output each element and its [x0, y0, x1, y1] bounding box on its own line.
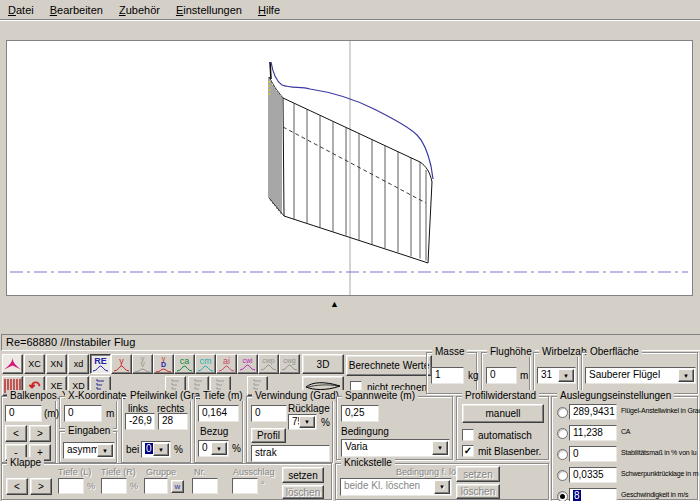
- profil-input[interactable]: strak: [251, 445, 330, 462]
- knickstelle-group: Knickstelle Bedingung f. löschen beide K…: [335, 463, 549, 500]
- klappe-setzen-button[interactable]: setzen: [282, 467, 324, 483]
- ca-radio[interactable]: [557, 428, 568, 439]
- 3d-view-button[interactable]: 3D: [302, 354, 344, 374]
- tiefe-r-input[interactable]: [101, 478, 127, 494]
- xc-button[interactable]: XC: [24, 354, 45, 374]
- verwindung-input[interactable]: 0: [251, 405, 287, 422]
- ruecklage-dropdown[interactable]: 75 ▼: [288, 414, 317, 430]
- tiefe-r-unit: %: [130, 481, 138, 491]
- schwerpunkt-radio[interactable]: [557, 470, 568, 481]
- klappe-prev-button[interactable]: <: [6, 478, 28, 495]
- gamma-button[interactable]: γ: [111, 354, 132, 374]
- radio-dot-icon: [560, 494, 565, 499]
- bell-curve-icon: [281, 364, 298, 371]
- menu-datei[interactable]: Datei: [0, 1, 42, 18]
- menu-zubehoer[interactable]: Zubehör: [111, 1, 168, 18]
- stabilitaet-radio[interactable]: [557, 449, 568, 460]
- chevron-down-icon[interactable]: ▼: [432, 441, 448, 455]
- w-button[interactable]: w: [171, 480, 184, 493]
- anstellwinkel-radio[interactable]: [557, 407, 568, 418]
- ausschlag-input[interactable]: [232, 478, 258, 494]
- bell-curve-icon: [155, 368, 172, 373]
- auslegung-group: Auslegungseinstellungen 289,9431 Flügel-…: [551, 396, 698, 500]
- xkoordinate-unit: m: [106, 408, 114, 419]
- xkoordinate-input[interactable]: 0: [64, 405, 102, 422]
- ai-button[interactable]: ai: [216, 354, 237, 374]
- cm-button[interactable]: cm: [195, 354, 216, 374]
- menu-einstellungen[interactable]: Einstellungen: [168, 1, 250, 18]
- ca-input[interactable]: 11,238: [569, 425, 617, 441]
- masse-input[interactable]: 1: [431, 367, 464, 384]
- bei-dropdown[interactable]: 0 ▼: [141, 441, 171, 458]
- ca-label: CA: [621, 428, 630, 435]
- chevron-down-icon[interactable]: ▼: [299, 416, 315, 428]
- ausschlag-label: Ausschlag: [233, 467, 275, 477]
- balkenpos-next-button[interactable]: >: [29, 425, 51, 442]
- gruppe-input[interactable]: [144, 478, 168, 494]
- ca-button[interactable]: ca: [174, 354, 195, 374]
- chevron-down-icon[interactable]: ▼: [558, 369, 574, 382]
- cwi-button[interactable]: cwi: [237, 354, 258, 374]
- schwerpunkt-input[interactable]: 0,0335: [569, 467, 617, 483]
- chevron-down-icon[interactable]: ▼: [678, 369, 694, 382]
- profil-button[interactable]: Profil: [251, 428, 286, 443]
- position-marker-icon[interactable]: ▲: [330, 300, 339, 309]
- chevron-down-icon[interactable]: ▼: [211, 442, 227, 455]
- knickstelle-setzen-button[interactable]: setzen: [456, 466, 500, 482]
- geschwindigkeit-radio[interactable]: [557, 491, 568, 501]
- wing-drawing-canvas[interactable]: [6, 40, 693, 296]
- oberflaeche-dropdown[interactable]: Sauberer Flügel ▼: [585, 367, 696, 384]
- verwindung-group: Verwindung (Grad) 0 Rücklage 75 ▼ % Prof…: [246, 396, 333, 463]
- gruppe-label: Gruppe: [146, 467, 176, 477]
- balkenpos-input[interactable]: 0: [5, 405, 42, 422]
- flughoehe-unit: m: [520, 370, 528, 381]
- app-window: Datei Bearbeiten Zubehör Einstellungen H…: [0, 0, 700, 501]
- manuell-button[interactable]: manuell: [462, 404, 544, 423]
- tiefe-input[interactable]: 0,164: [198, 405, 239, 422]
- chevron-down-icon[interactable]: ▼: [97, 444, 113, 457]
- status-text: Re=68880 //Instabiler Flug: [6, 336, 135, 348]
- wirbelzahl-dropdown[interactable]: 31 ▼: [537, 367, 576, 384]
- bei-label: bei: [126, 444, 139, 455]
- glider-button[interactable]: [2, 354, 23, 374]
- balkenpos-prev-button[interactable]: <: [5, 425, 27, 442]
- cwg-button[interactable]: cwg: [279, 354, 300, 374]
- stabilitaet-input[interactable]: 0: [569, 446, 617, 462]
- xn-button[interactable]: XN: [46, 354, 67, 374]
- klappe-next-button[interactable]: >: [30, 478, 52, 495]
- spannweite-group: Spannweite (m) 0,25 Bedingung Varia ▼: [336, 396, 453, 460]
- bell-curve-icon: [176, 365, 193, 372]
- gamma-d-button[interactable]: γ D: [153, 354, 174, 374]
- geschwindigkeit-input[interactable]: 8: [569, 488, 617, 501]
- tiefe-r-label: Tiefe (R): [101, 467, 136, 477]
- bedingung-dropdown[interactable]: Varia ▼: [341, 439, 450, 457]
- anstellwinkel-input[interactable]: 289,9431: [569, 404, 617, 420]
- blasenber-checkbox[interactable]: ✓: [462, 445, 474, 457]
- gamma-v-button[interactable]: γ V: [132, 354, 153, 374]
- chevron-down-icon[interactable]: ▼: [153, 443, 169, 456]
- tiefe-l-input[interactable]: [58, 478, 84, 494]
- eingaben-dropdown[interactable]: asymmet ▼: [63, 442, 115, 459]
- pfeilwinkel-links-input[interactable]: -26,9: [125, 413, 155, 430]
- stabilitaet-label: Stabilitätsmaß in % von lu: [621, 449, 696, 456]
- re-button[interactable]: RE: [90, 354, 111, 374]
- pfeilwinkel-rechts-input[interactable]: 28: [158, 413, 188, 430]
- klappe-loeschen-button[interactable]: löschen: [282, 485, 324, 499]
- knickstelle-loeschen-button[interactable]: löschen: [456, 484, 500, 499]
- knickstelle-dropdown[interactable]: beide Kl. löschen ▼: [340, 478, 452, 496]
- masse-group: Masse 1 kg: [426, 352, 477, 394]
- menu-hilfe[interactable]: Hilfe: [250, 1, 288, 18]
- cwp-button[interactable]: cwp: [258, 354, 279, 374]
- flughoehe-input[interactable]: 0: [486, 367, 517, 384]
- berechnete-werte-button[interactable]: Berechnete Werte: [346, 355, 432, 376]
- pfeilwinkel-group: Pfeilwinkel (Grad) links rechts -26,9 28…: [121, 396, 191, 463]
- masse-unit: kg: [468, 370, 479, 381]
- menu-bearbeiten[interactable]: Bearbeiten: [42, 1, 111, 18]
- blasenber-label: mit Blasenber.: [478, 446, 541, 457]
- xd-button[interactable]: xd: [68, 354, 89, 374]
- spannweite-input[interactable]: 0,25: [341, 405, 379, 422]
- bezug-dropdown[interactable]: 0 ▼: [198, 440, 229, 457]
- nr-input[interactable]: [192, 478, 218, 494]
- chevron-down-icon[interactable]: ▼: [434, 480, 450, 494]
- automatisch-checkbox[interactable]: [462, 429, 474, 441]
